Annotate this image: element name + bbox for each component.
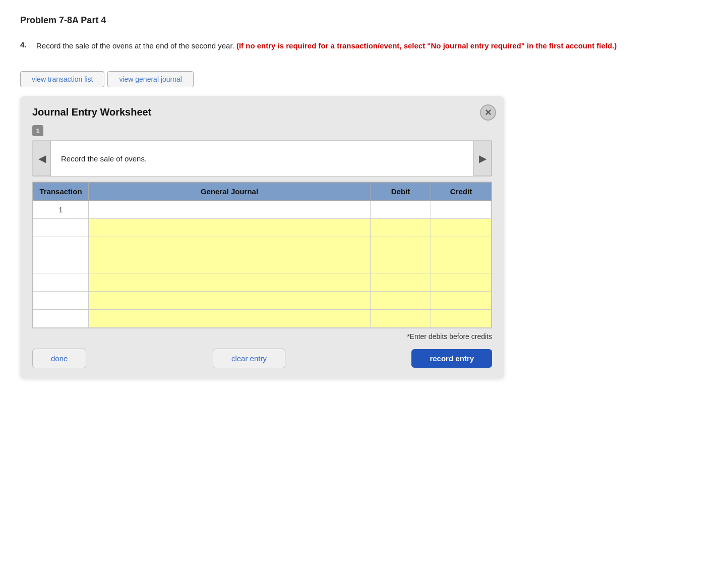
debit-input-4[interactable] xyxy=(371,273,431,291)
cell-debit-1[interactable] xyxy=(371,219,431,237)
record-entry-button[interactable]: record entry xyxy=(411,349,492,368)
description-row: ◀ Record the sale of ovens. ▶ xyxy=(32,140,492,177)
journal-input-6[interactable] xyxy=(89,310,370,327)
col-header-journal: General Journal xyxy=(89,183,371,201)
table-row xyxy=(33,219,492,237)
cell-credit-5[interactable] xyxy=(431,292,492,310)
debit-input-1[interactable] xyxy=(371,219,431,237)
cell-credit-0[interactable] xyxy=(431,201,492,219)
cell-debit-0[interactable] xyxy=(371,201,431,219)
journal-entry-table: Transaction General Journal Debit Credit… xyxy=(33,182,492,328)
credit-input-1[interactable] xyxy=(431,219,491,237)
cell-credit-4[interactable] xyxy=(431,273,492,292)
debit-input-6[interactable] xyxy=(371,310,431,327)
debit-input-2[interactable] xyxy=(371,237,431,255)
cell-journal-3[interactable] xyxy=(89,255,371,273)
cell-journal-4[interactable] xyxy=(89,273,371,292)
journal-entry-worksheet: Journal Entry Worksheet ✕ 1 ◀ Record the… xyxy=(20,96,504,378)
nav-left-arrow[interactable]: ◀ xyxy=(33,141,51,176)
journal-input-4[interactable] xyxy=(89,273,370,291)
cell-debit-4[interactable] xyxy=(371,273,431,292)
cell-transaction-0: 1 xyxy=(33,201,89,219)
view-general-journal-button[interactable]: view general journal xyxy=(107,71,194,87)
description-text: Record the sale of ovens. xyxy=(51,147,473,170)
cell-credit-1[interactable] xyxy=(431,219,492,237)
close-button[interactable]: ✕ xyxy=(480,104,496,121)
journal-input-1[interactable] xyxy=(89,219,370,237)
table-row xyxy=(33,273,492,292)
cell-journal-2[interactable] xyxy=(89,237,371,255)
page-title: Problem 7-8A Part 4 xyxy=(20,15,708,26)
debit-input-3[interactable] xyxy=(371,255,431,273)
cell-transaction-6 xyxy=(33,310,89,328)
cell-journal-1[interactable] xyxy=(89,219,371,237)
nav-right-arrow[interactable]: ▶ xyxy=(473,141,492,176)
credit-input-2[interactable] xyxy=(431,237,491,255)
cell-journal-5[interactable] xyxy=(89,292,371,310)
table-row xyxy=(33,310,492,328)
col-header-credit: Credit xyxy=(431,183,492,201)
credit-input-3[interactable] xyxy=(431,255,491,273)
bottom-button-row: done clear entry record entry xyxy=(32,349,492,368)
worksheet-title: Journal Entry Worksheet xyxy=(32,106,492,118)
entry-number-badge: 1 xyxy=(32,125,43,136)
cell-debit-6[interactable] xyxy=(371,310,431,328)
cell-journal-6[interactable] xyxy=(89,310,371,328)
credit-input-4[interactable] xyxy=(431,273,491,291)
view-transaction-list-button[interactable]: view transaction list xyxy=(20,71,104,87)
cell-transaction-3 xyxy=(33,255,89,273)
clear-entry-button[interactable]: clear entry xyxy=(213,349,285,368)
cell-transaction-4 xyxy=(33,273,89,292)
cell-debit-3[interactable] xyxy=(371,255,431,273)
table-row xyxy=(33,255,492,273)
cell-debit-2[interactable] xyxy=(371,237,431,255)
instructions: Record the sale of the ovens at the end … xyxy=(36,40,617,52)
table-row xyxy=(33,237,492,255)
credit-input-5[interactable] xyxy=(431,292,491,309)
journal-entry-table-wrapper: Transaction General Journal Debit Credit… xyxy=(32,182,492,328)
cell-debit-5[interactable] xyxy=(371,292,431,310)
journal-input-5[interactable] xyxy=(89,292,370,309)
instructions-normal: Record the sale of the ovens at the end … xyxy=(36,41,234,50)
cell-credit-3[interactable] xyxy=(431,255,492,273)
journal-input-2[interactable] xyxy=(89,237,370,255)
col-header-transaction: Transaction xyxy=(33,183,89,201)
cell-transaction-5 xyxy=(33,292,89,310)
problem-number: 4. xyxy=(20,40,31,64)
top-button-row: view transaction list view general journ… xyxy=(20,71,708,87)
debit-input-5[interactable] xyxy=(371,292,431,309)
instructions-highlight: (If no entry is required for a transacti… xyxy=(236,41,617,50)
table-row xyxy=(33,292,492,310)
credit-input-6[interactable] xyxy=(431,310,491,327)
journal-input-3[interactable] xyxy=(89,255,370,273)
cell-transaction-1 xyxy=(33,219,89,237)
cell-journal-0[interactable] xyxy=(89,201,371,219)
cell-credit-6[interactable] xyxy=(431,310,492,328)
cell-credit-2[interactable] xyxy=(431,237,492,255)
col-header-debit: Debit xyxy=(371,183,431,201)
journal-input-0[interactable] xyxy=(89,201,370,218)
footnote: *Enter debits before credits xyxy=(32,332,492,341)
credit-input-0[interactable] xyxy=(431,201,491,218)
table-row: 1 xyxy=(33,201,492,219)
debit-input-0[interactable] xyxy=(371,201,431,218)
done-button[interactable]: done xyxy=(32,349,86,368)
cell-transaction-2 xyxy=(33,237,89,255)
